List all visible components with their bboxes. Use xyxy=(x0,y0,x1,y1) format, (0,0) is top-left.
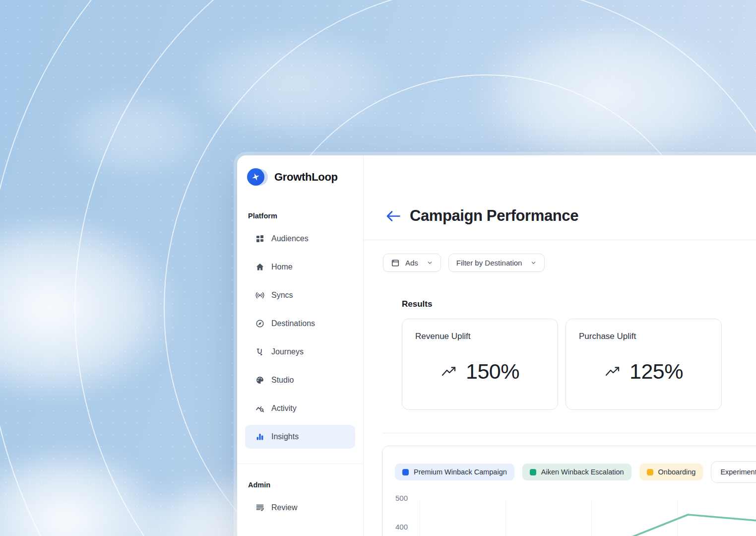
sidebar-item-journeys[interactable]: Journeys xyxy=(245,340,355,364)
campaign-chart-card: Premium Winback Campaign Aiken Winback E… xyxy=(382,446,756,536)
cloud xyxy=(189,30,397,139)
gridline xyxy=(591,499,592,536)
gridline xyxy=(677,499,678,536)
y-axis-tick-400: 400 xyxy=(395,523,408,531)
activity-search-icon xyxy=(255,403,265,413)
app-window: GrowthLoop Platform Audiences Home Syn xyxy=(237,155,756,536)
chevron-down-icon xyxy=(530,260,537,266)
stat-label: Purchase Uplift xyxy=(579,332,721,341)
header-divider xyxy=(364,240,756,240)
chevron-down-icon xyxy=(427,260,433,266)
legend-chip-experiment[interactable]: Experiment xyxy=(711,461,756,483)
gridline xyxy=(420,499,420,536)
growthloop-logo: GrowthLoop xyxy=(247,168,355,186)
legend-label: Premium Winback Campaign xyxy=(414,468,507,476)
sidebar-item-label: Studio xyxy=(271,376,294,385)
line-series-aiken-winback xyxy=(382,446,756,536)
sidebar-item-label: Audiences xyxy=(271,234,309,243)
back-button[interactable] xyxy=(385,209,401,223)
sidebar-item-label: Destinations xyxy=(271,319,315,328)
sidebar-item-destinations[interactable]: Destinations xyxy=(245,312,355,335)
chart-legend: Premium Winback Campaign Aiken Winback E… xyxy=(395,461,756,483)
page-title: Campaign Performance xyxy=(410,207,578,225)
legend-chip-premium-winback[interactable]: Premium Winback Campaign xyxy=(395,464,514,480)
cloud xyxy=(60,89,208,179)
sidebar-item-label: Syncs xyxy=(271,291,293,300)
platform-nav: Audiences Home Syncs Destinations xyxy=(245,227,355,449)
home-icon xyxy=(255,262,265,272)
page-header: Campaign Performance xyxy=(385,207,756,225)
sidebar-divider xyxy=(237,464,363,464)
legend-dot-green xyxy=(530,469,536,475)
destination-filter-label: Filter by Destination xyxy=(456,259,522,267)
legend-chip-aiken-winback[interactable]: Aiken Winback Escalation xyxy=(522,464,631,480)
sidebar-item-insights[interactable]: Insights xyxy=(245,425,355,449)
legend-label: Onboarding xyxy=(658,468,696,476)
legend-label: Experiment xyxy=(720,468,756,476)
sidebar-item-label: Insights xyxy=(271,432,299,441)
results-cards: Revenue Uplift 150% Purchase Uplift 125% xyxy=(402,319,756,410)
legend-dot-yellow xyxy=(647,469,653,475)
purchase-uplift-card: Purchase Uplift 125% xyxy=(566,319,722,410)
revenue-uplift-card: Revenue Uplift 150% xyxy=(402,319,558,410)
main-content: Campaign Performance Ads Filter by Desti… xyxy=(364,155,756,536)
legend-dot-blue xyxy=(402,469,409,475)
compass-icon xyxy=(255,319,265,329)
sidebar-item-home[interactable]: Home xyxy=(245,255,355,279)
arrow-left-icon xyxy=(385,209,401,223)
sidebar-item-label: Activity xyxy=(271,404,297,413)
cloud xyxy=(0,213,179,402)
gridline xyxy=(505,499,506,536)
growthloop-logo-mark xyxy=(247,168,268,186)
sidebar-item-label: Review xyxy=(271,503,297,512)
palette-icon xyxy=(255,375,265,385)
list-check-icon xyxy=(255,503,265,513)
window-icon xyxy=(391,259,400,268)
stat-value: 150% xyxy=(466,359,519,384)
admin-nav: Review xyxy=(245,496,355,520)
sidebar-item-audiences[interactable]: Audiences xyxy=(245,227,355,251)
y-axis-tick-500: 500 xyxy=(395,494,408,502)
sidebar-item-review[interactable]: Review xyxy=(245,496,355,520)
sidebar-item-label: Home xyxy=(271,263,293,271)
stat-value: 125% xyxy=(630,359,683,384)
journey-path-icon xyxy=(255,347,265,357)
sidebar-item-activity[interactable]: Activity xyxy=(245,397,355,420)
legend-label: Aiken Winback Escalation xyxy=(541,468,624,476)
trend-up-icon xyxy=(441,365,457,379)
section-divider xyxy=(382,433,756,433)
audiences-grid-icon xyxy=(255,234,265,244)
sidebar-section-platform: Platform xyxy=(248,212,355,220)
sidebar-item-syncs[interactable]: Syncs xyxy=(245,283,355,307)
filters-row: Ads Filter by Destination xyxy=(383,254,756,272)
cloud xyxy=(476,20,734,169)
brand-name: GrowthLoop xyxy=(274,171,338,184)
sidebar: GrowthLoop Platform Audiences Home Syn xyxy=(237,155,364,536)
sidebar-section-admin: Admin xyxy=(248,481,355,489)
sidebar-item-studio[interactable]: Studio xyxy=(245,368,355,392)
results-heading: Results xyxy=(402,299,756,309)
sparkle-icon xyxy=(247,168,264,186)
ads-dropdown-label: Ads xyxy=(405,259,418,267)
bar-chart-icon xyxy=(255,432,265,442)
legend-chip-onboarding[interactable]: Onboarding xyxy=(639,464,703,480)
ads-dropdown[interactable]: Ads xyxy=(383,254,441,272)
trend-up-icon xyxy=(604,365,621,379)
broadcast-icon xyxy=(255,290,265,300)
sidebar-item-label: Journeys xyxy=(271,347,304,356)
stat-label: Revenue Uplift xyxy=(415,332,558,341)
destination-filter-dropdown[interactable]: Filter by Destination xyxy=(448,254,545,272)
